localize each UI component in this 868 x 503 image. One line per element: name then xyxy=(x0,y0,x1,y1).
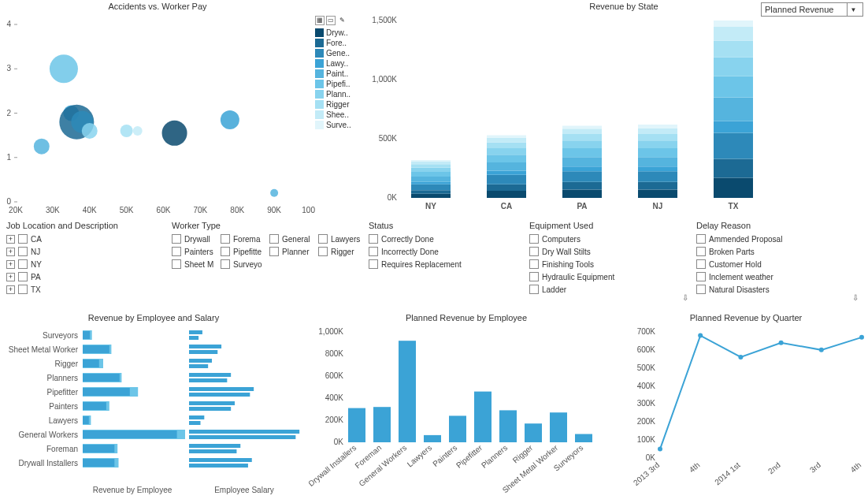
filter-option[interactable]: +NJ xyxy=(6,245,172,258)
svg-text:1,000K: 1,000K xyxy=(372,75,397,84)
checkbox[interactable] xyxy=(529,234,539,244)
checkbox[interactable] xyxy=(269,247,279,256)
checkbox[interactable] xyxy=(221,247,230,256)
legend-item[interactable]: Lawy.. xyxy=(315,58,364,69)
checkbox[interactable] xyxy=(369,247,378,256)
legend-item[interactable]: Gene.. xyxy=(315,48,364,58)
rev-state-chart[interactable]: 0K500K1,000K1,500K NYCAPANJTX xyxy=(364,13,789,218)
rev-by-emp-chart[interactable]: 0K200K400K600K800K1,000K Drywall Install… xyxy=(309,324,624,496)
filter-option[interactable]: Correctly Done xyxy=(369,233,526,245)
filter-option[interactable]: +TX xyxy=(6,283,172,296)
filter-option[interactable]: Forema xyxy=(221,233,269,245)
svg-text:600K: 600K xyxy=(325,371,344,380)
checkbox[interactable] xyxy=(318,234,328,244)
checkbox[interactable] xyxy=(696,234,706,244)
checkbox[interactable] xyxy=(18,259,28,269)
rev-emp-sal-chart[interactable]: SurveyorsSheet Metal WorkerRiggerPlanner… xyxy=(0,324,307,496)
legend-item[interactable]: Fore.. xyxy=(315,38,364,48)
expand-icon[interactable]: + xyxy=(6,235,15,244)
checkbox[interactable] xyxy=(172,247,181,256)
checkbox[interactable] xyxy=(18,285,28,294)
svg-rect-37 xyxy=(411,182,451,184)
filter-option[interactable]: Broken Parts xyxy=(696,245,854,258)
filter-option[interactable]: Finishing Tools xyxy=(529,258,687,270)
scatter-chart[interactable]: 01234 20K30K40K50K60K70K80K90K100K xyxy=(0,13,315,218)
svg-point-27 xyxy=(162,121,187,146)
filter-option[interactable]: Lawyers xyxy=(318,233,367,245)
svg-rect-52 xyxy=(487,138,526,143)
checkbox[interactable] xyxy=(318,247,328,256)
legend-item[interactable]: Plann.. xyxy=(315,89,364,99)
checkbox[interactable] xyxy=(529,259,539,269)
svg-rect-71 xyxy=(638,134,677,140)
checkbox[interactable] xyxy=(172,234,181,244)
window-icon[interactable]: ▭ xyxy=(326,16,336,25)
filter-option[interactable]: +PA xyxy=(6,270,172,283)
filter-option[interactable]: Planner xyxy=(269,245,318,258)
checkbox[interactable] xyxy=(369,259,378,269)
scroll-down-icon[interactable]: ⇩ xyxy=(852,293,859,302)
svg-text:NJ: NJ xyxy=(653,202,663,211)
rev-by-q-title: Planned Revenue by Quarter xyxy=(625,311,866,324)
svg-rect-108 xyxy=(83,388,130,396)
grid-icon[interactable]: ▦ xyxy=(315,16,325,25)
checkbox[interactable] xyxy=(221,234,230,244)
checkbox[interactable] xyxy=(696,272,706,281)
checkbox[interactable] xyxy=(696,285,706,294)
svg-point-180 xyxy=(859,335,864,340)
rev-by-q-chart[interactable]: 0K100K200K300K400K500K600K700K 2013 3rd4… xyxy=(625,324,866,496)
filter-option[interactable]: Computers xyxy=(529,233,687,245)
expand-icon[interactable]: + xyxy=(6,248,15,256)
svg-rect-112 xyxy=(83,416,89,424)
checkbox[interactable] xyxy=(369,234,378,244)
expand-icon[interactable]: + xyxy=(6,260,15,269)
legend-item[interactable]: Paint.. xyxy=(315,69,364,79)
svg-text:0K: 0K xyxy=(334,438,344,446)
legend-item[interactable]: Pipefi.. xyxy=(315,79,364,89)
filter-option[interactable]: Customer Hold xyxy=(696,258,854,270)
filter-option[interactable]: Hydraulic Equipment xyxy=(529,270,687,283)
filter-option[interactable]: Ladder xyxy=(529,283,687,296)
svg-text:500K: 500K xyxy=(379,134,398,143)
edit-icon[interactable]: ✎ xyxy=(337,17,347,26)
filter-option[interactable]: Natural Disasters xyxy=(696,283,854,296)
filter-option[interactable]: Surveyo xyxy=(221,258,269,270)
svg-rect-69 xyxy=(638,148,677,157)
legend-item[interactable]: Surve.. xyxy=(315,120,364,130)
filter-option[interactable]: +NY xyxy=(6,258,172,270)
svg-text:400K: 400K xyxy=(325,393,344,402)
expand-icon[interactable]: + xyxy=(6,285,15,294)
checkbox[interactable] xyxy=(696,247,706,256)
checkbox[interactable] xyxy=(221,259,230,269)
svg-rect-150 xyxy=(424,435,441,442)
filter-option[interactable]: Rigger xyxy=(318,245,367,258)
checkbox[interactable] xyxy=(18,272,28,281)
svg-rect-136 xyxy=(189,449,236,453)
svg-rect-83 xyxy=(714,20,753,27)
checkbox[interactable] xyxy=(18,234,28,244)
filter-option[interactable]: Inclement weather xyxy=(696,270,854,283)
legend-item[interactable]: Rigger xyxy=(315,99,364,110)
filter-option[interactable]: Pipefitte xyxy=(221,245,269,258)
checkbox[interactable] xyxy=(529,247,539,256)
checkbox[interactable] xyxy=(172,259,181,269)
filter-option[interactable]: Ammended Proposal xyxy=(696,233,854,245)
filter-option[interactable]: +CA xyxy=(6,233,172,245)
filter-option[interactable]: Painters xyxy=(172,245,221,258)
legend-item[interactable]: Dryw.. xyxy=(315,28,364,38)
checkbox[interactable] xyxy=(529,272,539,281)
expand-icon[interactable]: + xyxy=(6,273,15,281)
scroll-down-icon[interactable]: ⇩ xyxy=(682,293,688,302)
filter-option[interactable]: Incorrectly Done xyxy=(369,245,526,258)
filter-option[interactable]: Sheet M xyxy=(172,258,221,270)
checkbox[interactable] xyxy=(18,247,28,256)
filter-option[interactable]: Drywall xyxy=(172,233,221,245)
checkbox[interactable] xyxy=(529,285,539,294)
legend-item[interactable]: Shee.. xyxy=(315,110,364,120)
filter-option[interactable]: General xyxy=(269,233,318,245)
checkbox[interactable] xyxy=(269,234,279,244)
checkbox[interactable] xyxy=(696,259,706,269)
filter-option[interactable]: Requires Replacement xyxy=(369,258,526,270)
svg-text:700K: 700K xyxy=(637,327,656,336)
filter-option[interactable]: Dry Wall Stilts xyxy=(529,245,687,258)
